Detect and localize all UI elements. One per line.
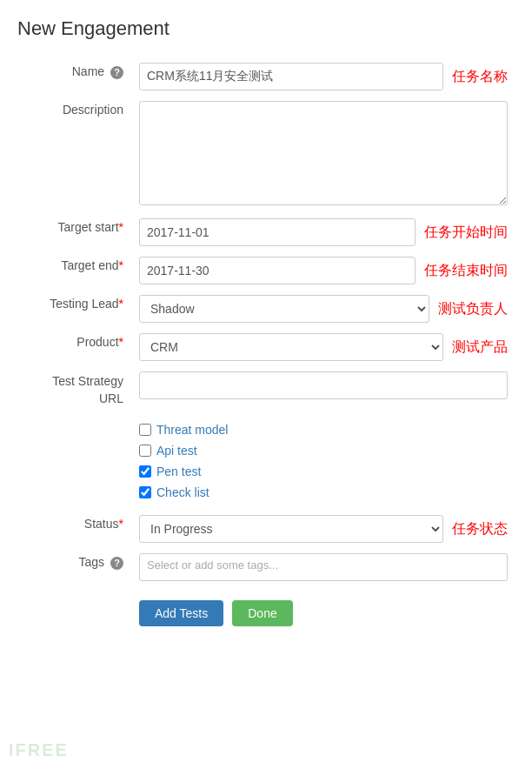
checkboxes-cell: Threat model Api test Pen test Check lis… (130, 412, 515, 510)
name-input[interactable] (139, 63, 443, 90)
name-annotation: 任务名称 (452, 68, 508, 86)
api-test-label[interactable]: Api test (156, 444, 197, 458)
name-cell: 任务名称 (130, 57, 515, 96)
name-field-wrapper: 任务名称 (139, 63, 508, 90)
product-label: Product* (17, 328, 130, 366)
done-button[interactable]: Done (232, 600, 292, 626)
target-start-annotation: 任务开始时间 (424, 224, 508, 242)
name-label: Name ? (17, 57, 130, 96)
checkbox-group: Threat model Api test Pen test Check lis… (139, 423, 508, 499)
status-select[interactable]: Not started In Progress Blocked Cancelle… (139, 515, 443, 543)
checkbox-threat-model: Threat model (139, 423, 508, 437)
test-strategy-url-input[interactable] (139, 371, 508, 399)
description-label: Description (17, 96, 130, 213)
target-end-annotation: 任务结束时间 (424, 262, 508, 280)
testing-lead-cell: Shadow 测试负责人 (130, 290, 515, 328)
testing-lead-select[interactable]: Shadow (139, 295, 429, 323)
tags-row: Tags ? Select or add some tags... (17, 548, 515, 586)
status-cell: Not started In Progress Blocked Cancelle… (130, 510, 515, 548)
target-start-cell: 任务开始时间 (130, 213, 515, 251)
target-start-input[interactable] (139, 218, 416, 246)
tags-label: Tags ? (17, 548, 130, 586)
check-list-label[interactable]: Check list (156, 485, 209, 499)
threat-model-label[interactable]: Threat model (156, 423, 228, 437)
test-strategy-row: Test Strategy URL (17, 366, 515, 412)
name-help-icon[interactable]: ? (110, 66, 123, 79)
tags-placeholder: Select or add some tags... (147, 558, 278, 572)
checkboxes-row: Threat model Api test Pen test Check lis… (17, 412, 515, 510)
product-row: Product* CRM 测试产品 (17, 328, 515, 366)
checkbox-api-test: Api test (139, 444, 508, 458)
add-tests-button[interactable]: Add Tests (139, 600, 223, 626)
test-strategy-cell (130, 366, 515, 412)
pen-test-checkbox[interactable] (139, 465, 151, 478)
testing-lead-label: Testing Lead* (17, 290, 130, 328)
engagement-form: Name ? 任务名称 Description Target start* (17, 57, 515, 586)
api-test-checkbox[interactable] (139, 445, 151, 457)
test-strategy-label: Test Strategy URL (17, 366, 130, 412)
target-end-input[interactable] (139, 257, 416, 284)
product-annotation: 测试产品 (452, 338, 508, 357)
target-end-label: Target end* (17, 251, 130, 290)
product-cell: CRM 测试产品 (130, 328, 515, 366)
target-end-row: Target end* 任务结束时间 (17, 251, 515, 290)
target-start-label: Target start* (17, 213, 130, 251)
name-row: Name ? 任务名称 (17, 57, 515, 96)
tags-cell: Select or add some tags... (130, 548, 515, 586)
threat-model-checkbox[interactable] (139, 424, 151, 436)
status-row: Status* Not started In Progress Blocked … (17, 510, 515, 548)
description-row: Description (17, 96, 515, 213)
tags-help-icon[interactable]: ? (110, 557, 123, 570)
description-cell (130, 96, 515, 213)
checkbox-check-list: Check list (139, 485, 508, 499)
watermark: IFREE (9, 740, 69, 760)
tags-input[interactable]: Select or add some tags... (139, 553, 508, 581)
status-annotation: 任务状态 (452, 520, 508, 538)
target-end-cell: 任务结束时间 (130, 251, 515, 290)
page-title: New Engagement (17, 17, 515, 40)
status-label: Status* (17, 510, 130, 548)
description-textarea[interactable] (139, 101, 508, 205)
pen-test-label[interactable]: Pen test (156, 465, 201, 478)
product-select[interactable]: CRM (139, 333, 443, 361)
check-list-checkbox[interactable] (139, 486, 151, 498)
testing-lead-annotation: 测试负责人 (438, 300, 508, 318)
checkbox-pen-test: Pen test (139, 465, 508, 478)
testing-lead-row: Testing Lead* Shadow 测试负责人 (17, 290, 515, 328)
button-row: Add Tests Done (17, 586, 515, 633)
target-start-row: Target start* 任务开始时间 (17, 213, 515, 251)
